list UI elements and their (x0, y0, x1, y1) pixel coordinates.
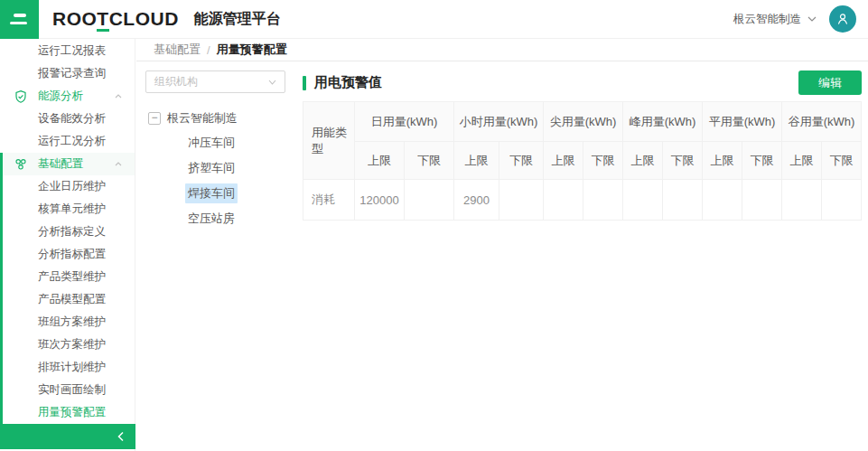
sidebar-active-section-group: 基础配置 企业日历维护 核算单元维护 分析指标定义 分析指标配置 产品类型维护 … (0, 153, 135, 424)
chevron-up-icon (115, 162, 122, 166)
sidebar-item-label: 运行工况报表 (38, 43, 106, 59)
breadcrumb: 基础配置 / 用量预警配置 (136, 39, 868, 61)
column-header-upper: 上限 (703, 142, 742, 180)
column-header-upper: 上限 (544, 142, 583, 180)
sidebar-item-indicator-config[interactable]: 分析指标配置 (3, 243, 135, 266)
sidebar-item-operation-analysis[interactable]: 运行工况分析 (0, 130, 135, 153)
table-sub-header-row: 上限 下限 上限 下限 上限 下限 上限 下限 上限 下限 上限 下限 (303, 142, 862, 180)
sidebar-item-device-efficiency[interactable]: 设备能效分析 (0, 108, 135, 130)
edit-button[interactable]: 编辑 (798, 70, 862, 95)
tree-collapse-minus-icon[interactable]: − (148, 112, 161, 125)
sidebar-item-accounting-unit[interactable]: 核算单元维护 (3, 198, 135, 221)
sidebar-item-shift-plan[interactable]: 班次方案维护 (3, 334, 135, 356)
sidebar-item-label: 分析指标定义 (38, 224, 106, 240)
breadcrumb-parent[interactable]: 基础配置 (154, 42, 201, 58)
sidebar-section-label: 能源分析 (38, 89, 83, 104)
panel-header: 用电预警值 编辑 (303, 70, 862, 95)
sidebar-item-operation-report[interactable]: 运行工况报表 (0, 40, 135, 62)
panel-title: 用电预警值 (314, 74, 382, 91)
column-header-lower: 下限 (663, 142, 703, 180)
table-group-header-row: 用能类型 日用量(kWh) 小时用量(kWh) 尖用量(kWh) 峰用量(kWh… (303, 102, 862, 142)
sidebar-section-energy-analysis[interactable]: 能源分析 (0, 85, 135, 108)
sidebar-item-label: 用量预警配置 (38, 405, 106, 420)
sidebar-item-label: 企业日历维护 (38, 179, 106, 194)
org-select-placeholder: 组织机构 (154, 74, 198, 89)
cell-value (703, 180, 742, 221)
cell-value (583, 180, 623, 221)
chevron-down-icon (268, 80, 276, 85)
tenant-name: 根云智能制造 (733, 12, 801, 27)
column-header-upper: 上限 (454, 142, 499, 180)
cell-value (782, 180, 822, 221)
sidebar-item-realtime-screen[interactable]: 实时画面绘制 (3, 379, 135, 401)
cell-value (623, 180, 663, 221)
column-header-lower: 下限 (822, 142, 862, 180)
sidebar-section-basic-config[interactable]: 基础配置 (3, 153, 135, 175)
sidebar-item-product-model[interactable]: 产品模型配置 (3, 288, 135, 311)
alert-threshold-table: 用能类型 日用量(kWh) 小时用量(kWh) 尖用量(kWh) 峰用量(kWh… (303, 101, 862, 221)
column-header-upper: 上限 (355, 142, 405, 180)
avatar[interactable] (829, 5, 856, 33)
column-group-flat: 平用量(kWh) (703, 102, 782, 142)
title-accent-bar (303, 76, 306, 90)
cell-value: 2900 (454, 180, 499, 221)
breadcrumb-current: 用量预警配置 (217, 42, 287, 58)
column-header-upper: 上限 (782, 142, 822, 180)
org-panel: 组织机构 − 根云智能制造 冲压车间 挤塑车间 焊接车间 空压站房 (145, 70, 285, 231)
tree-node-root[interactable]: − 根云智能制造 (145, 107, 285, 130)
cell-value (742, 180, 782, 221)
tree-node-label: 冲压车间 (185, 133, 238, 153)
sidebar-item-alarm-records[interactable]: 报警记录查询 (0, 62, 135, 85)
tree-node-label: 挤塑车间 (185, 158, 238, 178)
cell-value (405, 180, 454, 221)
sidebar-item-label: 核算单元维护 (38, 202, 106, 217)
tree-node-label: 空压站房 (185, 209, 238, 229)
sidebar-section-label: 基础配置 (38, 156, 83, 172)
chevron-left-icon (117, 431, 125, 442)
column-group-valley: 谷用量(kWh) (782, 102, 862, 142)
sidebar-item-label: 设备能效分析 (38, 111, 106, 127)
tenant-dropdown[interactable]: 根云智能制造 (733, 12, 817, 27)
sidebar-item-label: 运行工况分析 (38, 134, 106, 149)
cell-value (822, 180, 862, 221)
column-group-sharp: 尖用量(kWh) (544, 102, 623, 142)
org-select[interactable]: 组织机构 (145, 70, 285, 93)
logo-text-underlined: T (97, 8, 108, 32)
tree-children: 冲压车间 挤塑车间 焊接车间 空压站房 (185, 130, 285, 231)
breadcrumb-separator: / (207, 43, 210, 57)
sidebar-item-product-type[interactable]: 产品类型维护 (3, 266, 135, 288)
content-area: 基础配置 / 用量预警配置 组织机构 − 根云智能制造 冲压车间 挤 (136, 39, 868, 451)
sidebar-item-label: 产品模型配置 (38, 292, 106, 307)
user-icon (835, 12, 850, 26)
cell-value: 120000 (355, 180, 405, 221)
chevron-up-icon (115, 94, 122, 99)
page-title: 能源管理平台 (194, 10, 281, 29)
sidebar-item-schedule-plan[interactable]: 排班计划维护 (3, 356, 135, 379)
org-tree: − 根云智能制造 冲压车间 挤塑车间 焊接车间 空压站房 (145, 107, 285, 231)
shield-check-icon (14, 89, 29, 104)
column-group-hourly: 小时用量(kWh) (454, 102, 544, 142)
sidebar-item-usage-alert-config[interactable]: 用量预警配置 (3, 401, 135, 424)
tree-node-extrusion-workshop[interactable]: 挤塑车间 (185, 155, 285, 181)
sidebar-item-label: 分析指标配置 (38, 247, 106, 262)
cell-energy-type: 消耗 (303, 180, 355, 221)
content-inner: 组织机构 − 根云智能制造 冲压车间 挤塑车间 焊接车间 空压站房 (136, 61, 868, 231)
hamburger-lines-icon (10, 22, 27, 25)
sidebar-item-enterprise-calendar[interactable]: 企业日历维护 (3, 175, 135, 198)
tree-node-air-compressor-station[interactable]: 空压站房 (185, 206, 285, 231)
sidebar-item-label: 产品类型维护 (38, 269, 106, 285)
app-root: ROOTCLOUD 能源管理平台 根云智能制造 运行工况报表 报警记录查询 (0, 0, 868, 451)
tree-node-stamping-workshop[interactable]: 冲压车间 (185, 130, 285, 155)
cell-value (663, 180, 703, 221)
menu-logo-button[interactable] (0, 0, 39, 39)
sidebar-item-label: 实时画面绘制 (38, 382, 106, 398)
tree-node-welding-workshop[interactable]: 焊接车间 (185, 181, 285, 206)
sidebar-collapse-button[interactable] (0, 424, 135, 449)
sidebar: 运行工况报表 报警记录查询 能源分析 设备能效分析 运行工况分析 基础配置 (0, 39, 135, 451)
column-header-lower: 下限 (405, 142, 454, 180)
logo-text: ROO (52, 8, 97, 29)
logo-text: CLOUD (109, 8, 179, 29)
sidebar-item-team-plan[interactable]: 班组方案维护 (3, 311, 135, 334)
sidebar-item-indicator-definition[interactable]: 分析指标定义 (3, 221, 135, 243)
cell-value (544, 180, 583, 221)
